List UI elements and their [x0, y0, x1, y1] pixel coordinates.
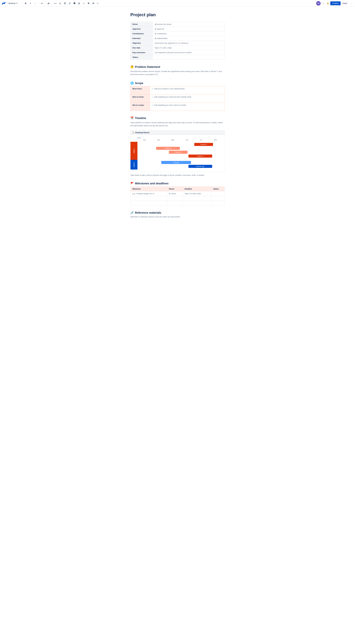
- lock-icon: 🔒: [327, 2, 329, 4]
- align-icon: ≡: [41, 2, 42, 4]
- info-table-row: Driver@mention the driver: [130, 22, 225, 27]
- info-value[interactable]: @mention the driver: [153, 22, 225, 27]
- confluence-logo[interactable]: [2, 2, 5, 5]
- scope-item: Add anything you don't want to include: [154, 104, 223, 106]
- emoji-icon: ☺: [83, 2, 85, 4]
- info-table-row: Status: [130, 55, 225, 60]
- align-button[interactable]: ≡ ▾: [40, 1, 44, 6]
- scope-item-empty: [154, 98, 223, 100]
- milestone-row: [130, 196, 225, 201]
- milestone-status[interactable]: [211, 196, 225, 201]
- info-value[interactable]: @ approver: [153, 27, 225, 31]
- info-value[interactable]: Type // to add a date: [153, 46, 225, 50]
- timeline-note: Type /trello to add a card or board to t…: [130, 174, 225, 176]
- milestones-column-header: Deadline: [183, 186, 211, 191]
- avatar[interactable]: CK: [316, 1, 321, 6]
- plus-more-button[interactable]: +···: [96, 1, 100, 6]
- milestone-milestone[interactable]: [130, 196, 167, 201]
- scope-item: Add anything you want but don't strictly…: [154, 96, 223, 98]
- milestone-deadline[interactable]: [183, 196, 211, 201]
- scope-items[interactable]: Add anything you don't want to include: [150, 103, 225, 111]
- milestone-status[interactable]: [211, 201, 225, 206]
- columns-button[interactable]: ⊟: [91, 1, 95, 6]
- reference-description: Add links to relevant research and any o…: [130, 216, 225, 218]
- milestones-column-header: Status: [211, 186, 225, 191]
- milestone-milestone[interactable]: [130, 201, 167, 206]
- bullet-list-button[interactable]: •—: [53, 1, 58, 6]
- image-button[interactable]: 🖼: [72, 1, 76, 6]
- more-options-icon: ···: [351, 2, 352, 4]
- more-options-button[interactable]: ···: [349, 1, 353, 6]
- more-text-button[interactable]: ···: [33, 1, 37, 6]
- roadmap-month-label: Aug: [208, 139, 222, 141]
- scope-items[interactable]: Add anything you want but don't strictly…: [150, 94, 225, 103]
- milestones-heading-text: Milestones and deadlines: [135, 182, 168, 185]
- timeline-section: 📅 Timeline Type /planner to create a vis…: [130, 116, 225, 176]
- scope-heading: 🌐 Scope: [130, 82, 225, 85]
- color-button[interactable]: A ▾: [46, 1, 51, 6]
- lane-grid: Feature 3Feature 1Feature 2Feature 4: [137, 142, 222, 160]
- roadmap-container[interactable]: 📋 Roadmap Planner 2021 MarAprMayJunJulAu…: [130, 130, 225, 172]
- scope-item: Add your project's core requirements: [154, 88, 223, 90]
- image-icon: 🖼: [73, 2, 75, 4]
- milestone-deadline[interactable]: [183, 201, 211, 206]
- scope-table-row: Not in scope:Add anything you don't want…: [130, 103, 225, 111]
- milestone-deadline[interactable]: Type // to add a date: [183, 191, 211, 196]
- gantt-bar[interactable]: Feature 2: [169, 151, 187, 154]
- milestone-owner[interactable]: [167, 196, 183, 201]
- roadmap-month-label: May: [166, 139, 180, 141]
- link-button[interactable]: 🔗: [67, 1, 72, 6]
- info-value[interactable]: List expected outcomes and success metri…: [153, 50, 225, 55]
- bold-button[interactable]: B: [23, 1, 28, 6]
- milestones-header-row: MilestoneOwnerDeadlineStatus: [130, 186, 225, 191]
- milestone-row: [130, 201, 225, 206]
- heading-select[interactable]: Heading 2 ▾: [7, 2, 21, 5]
- milestones-column-header: Milestone: [130, 186, 167, 191]
- gantt-bar[interactable]: iOS app: [161, 161, 191, 164]
- table-button[interactable]: ⊞: [86, 1, 91, 6]
- info-label: Contributors: [130, 31, 153, 36]
- info-table-row: Informed@ stakeholders: [130, 36, 225, 41]
- info-table-row: ObjectiveSummarize the objective in 1-2 …: [130, 41, 225, 46]
- roadmap-lanes: Lane 1Feature 3Feature 1Feature 2Feature…: [130, 142, 222, 170]
- emoji-button[interactable]: ☺: [81, 1, 86, 6]
- info-value[interactable]: Summarize the objective in 1-2 sentence: [153, 41, 225, 46]
- gantt-bar[interactable]: Feature 4: [188, 154, 212, 158]
- roadmap-chart: 2021 MarAprMayJunJulAug Lane 1Feature 3F…: [130, 135, 225, 172]
- color-chevron-icon: ▾: [49, 3, 50, 4]
- publish-button[interactable]: Publish: [330, 2, 341, 5]
- scope-item-empty: [154, 90, 223, 92]
- milestone-status[interactable]: [211, 191, 225, 196]
- page-content: Project plan Driver@mention the driverAp…: [125, 7, 230, 234]
- toolbar-divider-4: [52, 2, 52, 5]
- info-value[interactable]: @ stakeholders: [153, 36, 225, 41]
- mention-button[interactable]: @: [77, 1, 81, 6]
- lane-grid: iOS appAndroid app: [137, 160, 222, 170]
- page-title[interactable]: Project plan: [130, 12, 225, 17]
- milestone-milestone[interactable]: e.g., Finalize designs for v1: [130, 191, 167, 196]
- milestone-row: e.g., Finalize designs for v1@ ownerType…: [130, 191, 225, 196]
- info-label: Approver: [130, 27, 153, 31]
- lane-label: Lane 1: [130, 142, 137, 160]
- roadmap-month-label: Mar: [137, 139, 152, 141]
- milestones-table: MilestoneOwnerDeadlineStatus e.g., Final…: [130, 186, 225, 206]
- task-button[interactable]: ☑: [63, 1, 67, 6]
- lock-button[interactable]: 🔒: [326, 1, 330, 6]
- info-value[interactable]: [153, 55, 225, 60]
- gantt-bar[interactable]: Feature 3: [194, 143, 213, 146]
- gantt-bar[interactable]: Feature 1: [156, 147, 180, 150]
- gantt-bar[interactable]: Android app: [188, 165, 212, 168]
- close-button[interactable]: Close: [341, 2, 349, 5]
- info-value[interactable]: @ contributors: [153, 31, 225, 36]
- heading-chevron-icon: ▾: [17, 2, 18, 4]
- scope-label: Nice to have:: [130, 94, 150, 103]
- roadmap-header-label: Roadmap Planner: [135, 132, 149, 134]
- scope-items[interactable]: Add your project's core requirements: [150, 86, 225, 94]
- milestone-owner[interactable]: @ owner: [167, 191, 183, 196]
- italic-button[interactable]: I: [28, 1, 32, 6]
- milestone-owner[interactable]: [167, 201, 183, 206]
- info-label: Informed: [130, 36, 153, 41]
- numbered-list-button[interactable]: 1.: [58, 1, 62, 6]
- toolbar-divider-3: [45, 2, 45, 5]
- add-collaborator-button[interactable]: +: [321, 1, 325, 6]
